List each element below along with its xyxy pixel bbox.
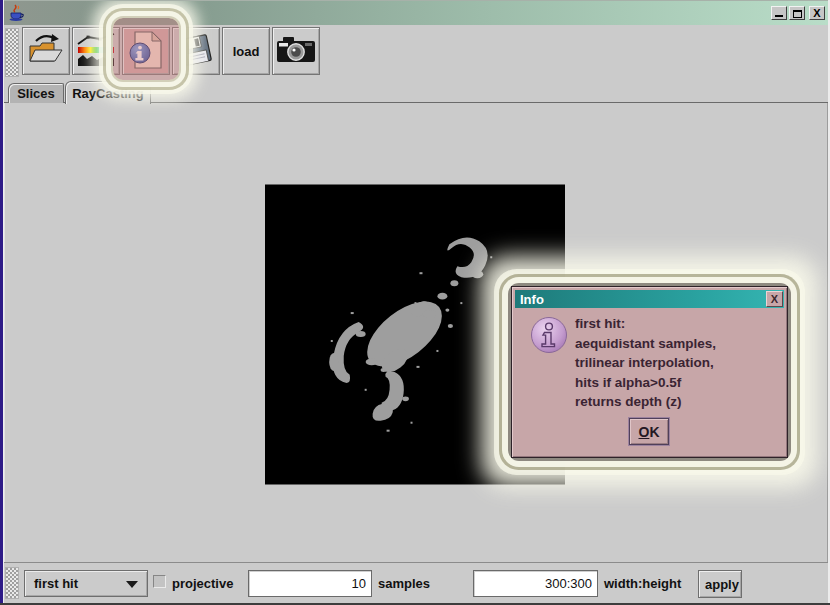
- close-button[interactable]: X: [809, 6, 825, 20]
- window-left-highlight: [3, 0, 4, 605]
- open-button[interactable]: [22, 27, 70, 75]
- info-dialog-title-bar[interactable]: Info X: [515, 290, 784, 308]
- java-coffee-cup-icon: [8, 4, 26, 22]
- maximize-icon: [793, 10, 802, 18]
- maximize-button[interactable]: [789, 6, 805, 20]
- samples-label: samples: [378, 576, 430, 591]
- close-icon: X: [810, 7, 824, 19]
- chevron-down-icon: [126, 581, 138, 588]
- apply-button[interactable]: apply: [698, 570, 742, 598]
- snapshot-button[interactable]: [272, 27, 320, 75]
- size-label: width:height: [604, 576, 681, 591]
- message-line: trilinear interpolation,: [575, 355, 716, 375]
- info-dialog-title: Info: [515, 292, 544, 307]
- info-circle-icon: [529, 315, 569, 355]
- projective-label: projective: [172, 576, 233, 591]
- window-controls: X: [769, 6, 825, 20]
- tab-raycasting[interactable]: RayCasting: [65, 81, 151, 104]
- info-dialog: Info X: [511, 286, 788, 458]
- floppy-disk-icon: [175, 30, 217, 73]
- close-icon: X: [771, 293, 778, 305]
- minimize-icon: [775, 15, 783, 17]
- samples-input[interactable]: [248, 570, 372, 597]
- info-button-highlight: [113, 18, 179, 80]
- mode-select-value: first hit: [34, 576, 78, 591]
- message-line: returns depth (z): [575, 394, 716, 414]
- control-bar-drag-grip[interactable]: [5, 567, 19, 599]
- info-dialog-highlight: Info X: [511, 286, 788, 458]
- load-button-label: load: [233, 44, 260, 59]
- mode-select[interactable]: first hit: [24, 570, 148, 597]
- projective-checkbox[interactable]: [153, 575, 166, 588]
- raycasting-control-bar: first hit projective samples width:heigh…: [4, 562, 828, 602]
- open-folder-icon: [26, 31, 66, 72]
- transfer-function-icon: [76, 30, 116, 73]
- toolbar-drag-grip[interactable]: [5, 28, 19, 77]
- message-line: hits if alpha>0.5f: [575, 375, 716, 395]
- minimize-button[interactable]: [771, 6, 787, 20]
- info-dialog-message: first hit: aequidistant samples, triline…: [575, 316, 716, 414]
- tab-raycasting-label: RayCasting: [72, 86, 144, 101]
- save-button[interactable]: [172, 27, 220, 75]
- application-window: X: [0, 0, 830, 605]
- ok-button-label: OK: [638, 424, 659, 440]
- message-line: aequidistant samples,: [575, 336, 716, 356]
- raycasting-panel: Info X: [4, 102, 828, 562]
- ok-button[interactable]: OK: [629, 418, 669, 445]
- tab-slices[interactable]: Slices: [8, 83, 64, 103]
- size-input[interactable]: [473, 570, 598, 597]
- tab-bar: Slices RayCasting: [4, 79, 828, 103]
- info-dialog-close-button[interactable]: X: [766, 291, 783, 307]
- tab-slices-label: Slices: [17, 86, 55, 101]
- message-line: first hit:: [575, 316, 716, 336]
- camera-icon: [275, 35, 317, 68]
- load-button[interactable]: load: [222, 27, 270, 75]
- window-top-edge: [0, 0, 830, 1]
